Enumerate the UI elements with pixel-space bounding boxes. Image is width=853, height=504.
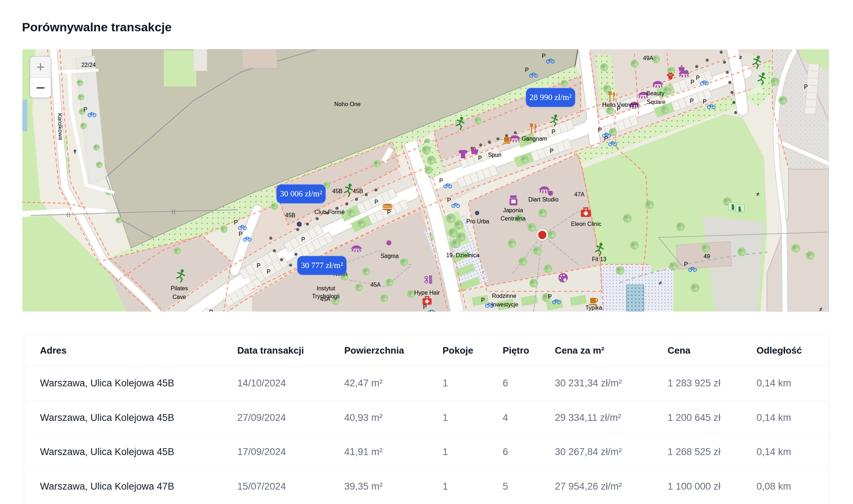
svg-text:P: P — [548, 294, 552, 300]
svg-text:P: P — [598, 127, 602, 133]
svg-text:Sagma: Sagma — [381, 253, 399, 259]
svg-text:45B: 45B — [285, 212, 295, 218]
svg-text:≠: ≠ — [659, 280, 662, 286]
svg-text:P: P — [301, 236, 305, 242]
svg-text:P: P — [684, 261, 688, 267]
svg-text:P: P — [696, 75, 700, 81]
svg-text:P: P — [387, 209, 391, 215]
svg-text:P: P — [550, 148, 554, 154]
svg-text:Square: Square — [647, 99, 665, 105]
svg-text:Hype Hair: Hype Hair — [414, 290, 440, 296]
svg-text:Club Formé: Club Formé — [314, 209, 345, 215]
svg-text:Karolkowa: Karolkowa — [57, 113, 64, 140]
svg-text:45B: 45B — [353, 188, 363, 194]
svg-text:Norm: Norm — [333, 271, 347, 277]
svg-text:P: P — [804, 84, 808, 90]
svg-text:P: P — [374, 199, 378, 205]
svg-text:P: P — [423, 304, 427, 310]
svg-text:✝: ✝ — [72, 149, 77, 155]
svg-text:Typika: Typika — [585, 305, 602, 311]
svg-text:Beauty: Beauty — [646, 90, 664, 96]
svg-text:19. Dzielnica: 19. Dzielnica — [446, 252, 479, 258]
svg-text:22/24: 22/24 — [81, 62, 96, 68]
svg-text:P: P — [525, 67, 529, 73]
svg-text:P: P — [84, 106, 87, 113]
svg-text:P: P — [447, 197, 451, 203]
svg-text:P: P — [234, 219, 238, 226]
svg-text:45A: 45A — [371, 282, 381, 288]
svg-text:≠: ≠ — [757, 191, 760, 197]
svg-text:49A: 49A — [643, 55, 654, 61]
svg-text:Pro Urba: Pro Urba — [466, 218, 489, 224]
svg-text:≠: ≠ — [739, 54, 742, 60]
svg-text:47A: 47A — [574, 191, 585, 197]
svg-text:P: P — [439, 178, 443, 184]
svg-text:Eleon Clinic: Eleon Clinic — [571, 221, 601, 227]
svg-text:Cave: Cave — [172, 294, 186, 300]
svg-text:45A: 45A — [320, 296, 331, 302]
svg-text:P: P — [690, 98, 694, 104]
svg-text:P: P — [703, 99, 707, 105]
svg-text:P: P — [542, 53, 546, 59]
svg-text:Spun: Spun — [488, 152, 501, 158]
svg-text:45B: 45B — [332, 188, 342, 194]
svg-text:Diart Studio: Diart Studio — [528, 196, 558, 203]
svg-text:P: P — [691, 79, 695, 85]
svg-text:Centralna: Centralna — [500, 215, 525, 222]
svg-text:Fit 13: Fit 13 — [592, 256, 606, 262]
svg-text:P: P — [478, 155, 482, 161]
svg-text:P: P — [552, 129, 556, 135]
svg-text:Hello Vietnam: Hello Vietnam — [602, 102, 638, 108]
svg-text:P: P — [257, 263, 261, 269]
svg-text:Gangnam: Gangnam — [522, 136, 547, 142]
svg-text:Rodzinne: Rodzinne — [492, 293, 516, 299]
svg-text:P: P — [604, 136, 608, 142]
svg-text:P: P — [209, 309, 213, 312]
svg-text:≠: ≠ — [820, 306, 823, 312]
svg-text:Pilates: Pilates — [171, 285, 188, 291]
svg-text:Japonia: Japonia — [503, 207, 523, 213]
svg-text:49: 49 — [704, 253, 710, 259]
svg-text:P: P — [267, 269, 271, 275]
svg-text:Instytut: Instytut — [316, 285, 335, 291]
svg-text:P: P — [481, 297, 485, 303]
svg-text:P: P — [239, 231, 243, 237]
svg-text:Inwestycje: Inwestycje — [491, 301, 518, 308]
svg-text:Noho One: Noho One — [335, 101, 361, 107]
